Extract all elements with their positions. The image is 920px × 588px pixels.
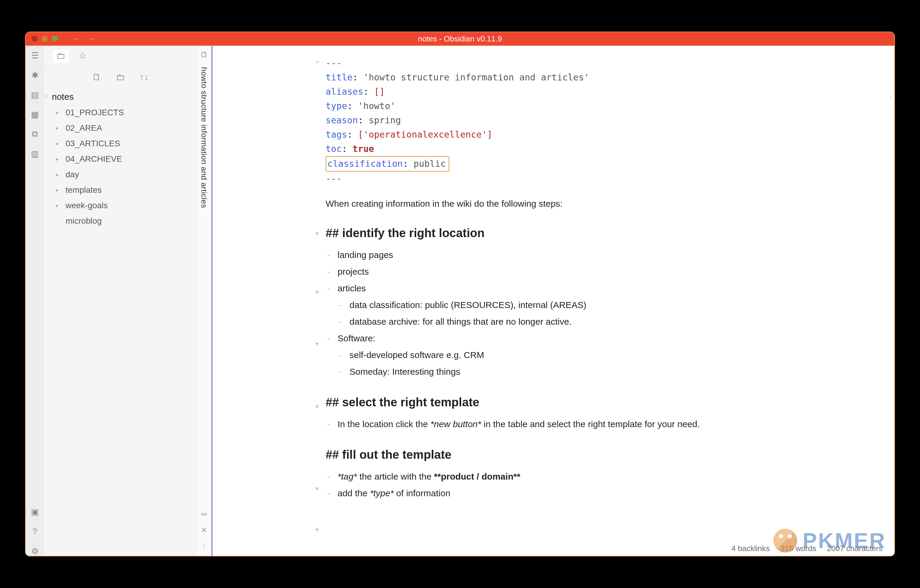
another-vault-icon[interactable]: ▣ <box>30 507 40 517</box>
note-tab-icon[interactable]: 🗋 <box>200 50 208 59</box>
tree-folder[interactable]: ▸week-goals <box>50 198 190 213</box>
titlebar[interactable]: ← → notes - Obsidian v0.11.9 <box>25 32 895 46</box>
sort-icon[interactable]: ↑↓ <box>140 72 149 82</box>
ribbon: ☰ ✱ ▤ ▦ ⧉ ▥ ▣ ? ⚙ <box>26 46 44 556</box>
bullet-icon: - <box>338 348 343 362</box>
heading[interactable]: ## identify the right location <box>326 224 873 243</box>
watermark-text: PKMER <box>803 528 886 553</box>
editor-content[interactable]: ▾ --- title: 'howto structure informatio… <box>212 46 894 513</box>
list-item[interactable]: landing pages <box>338 248 393 262</box>
vault-icon[interactable]: ▤ <box>30 90 40 99</box>
help-icon[interactable]: ? <box>30 526 40 536</box>
fm-value: true <box>352 144 374 154</box>
sidebar-actions: 🗋 🗀 ↑↓ <box>44 66 196 89</box>
bullet-icon: - <box>326 486 332 501</box>
fm-value: public <box>413 159 446 169</box>
settings-icon[interactable]: ⚙ <box>30 546 40 556</box>
list-item[interactable]: *tag* the article with the **product / d… <box>338 470 520 484</box>
highlighted-frontmatter-line: classification: public <box>326 156 449 172</box>
tree-folder[interactable]: ▸day <box>50 167 190 182</box>
list-item[interactable]: Software: <box>338 331 376 345</box>
fold-icon[interactable]: ▾ <box>316 339 319 348</box>
fold-icon[interactable]: ▾ <box>316 525 319 535</box>
chevron-right-icon: ▸ <box>56 187 62 193</box>
chevron-right-icon: ▸ <box>56 202 62 209</box>
list-item[interactable]: add the *type* of information <box>338 486 450 501</box>
fold-icon[interactable]: ▾ <box>316 229 319 238</box>
backlinks-count[interactable]: 4 backlinks <box>731 544 770 553</box>
minimize-icon[interactable] <box>42 36 48 42</box>
fold-icon[interactable]: ▾ <box>316 57 319 67</box>
vault-name[interactable]: notes <box>44 89 196 105</box>
list-item[interactable]: projects <box>338 264 369 279</box>
app-body: ☰ ✱ ▤ ▦ ⧉ ▥ ▣ ? ⚙ ‹ 🗀 ☆ 🗋 🗀 ↑↓ notes <box>25 46 895 556</box>
list-item[interactable]: Someday: Interesting things <box>350 364 460 379</box>
tree-folder[interactable]: ▸01_PROJECTS <box>50 105 190 120</box>
new-note-icon[interactable]: 🗋 <box>92 72 101 82</box>
bullet-icon: - <box>326 264 332 279</box>
bullet-icon: - <box>326 417 332 431</box>
chevron-right-icon: ▸ <box>56 140 62 147</box>
tree-label: templates <box>66 185 102 195</box>
heading[interactable]: ## fill out the template <box>326 445 873 464</box>
nav-back-icon[interactable]: ← <box>73 34 80 43</box>
fm-value: ['operationalexcellence'] <box>358 129 492 140</box>
bullet-icon: - <box>338 314 343 329</box>
intro-paragraph[interactable]: When creating information in the wiki do… <box>326 197 873 211</box>
tree-label: day <box>66 170 79 179</box>
frontmatter[interactable]: ▾ --- title: 'howto structure informatio… <box>326 56 873 186</box>
star-tab-icon[interactable]: ☆ <box>79 50 87 61</box>
tree-folder[interactable]: ▸templates <box>50 182 190 198</box>
tree-folder[interactable]: ▸02_AREA <box>50 120 190 136</box>
fm-value: [] <box>374 86 385 97</box>
new-folder-icon[interactable]: 🗀 <box>116 72 125 82</box>
heading[interactable]: ## select the right template <box>326 393 873 411</box>
list-item[interactable]: articles <box>338 281 366 295</box>
bullet-icon: - <box>326 248 332 262</box>
chevron-right-icon: ▸ <box>56 156 62 162</box>
chevron-right-icon: ▸ <box>56 125 62 131</box>
tree-label: 04_ARCHIEVE <box>66 154 122 164</box>
bullet-icon: - <box>338 298 343 312</box>
list-item[interactable]: data classification: public (RESOURCES),… <box>350 298 586 312</box>
quick-switcher-icon[interactable]: ☰ <box>30 51 40 60</box>
window-controls <box>32 36 58 42</box>
more-options-icon[interactable]: ⋮ <box>201 542 208 551</box>
tree-label: week-goals <box>66 201 108 210</box>
daily-note-icon[interactable]: ▦ <box>30 110 40 119</box>
watermark: PKMER <box>773 528 886 553</box>
nav-forward-icon[interactable]: → <box>88 34 96 43</box>
fold-icon[interactable]: ▾ <box>316 402 319 411</box>
tree-file[interactable]: microblog <box>50 213 190 229</box>
fm-key: season <box>326 115 358 125</box>
fm-key: classification <box>327 159 403 169</box>
bullet-icon: - <box>326 470 332 484</box>
list-item[interactable]: database archive: for all things that ar… <box>350 314 572 329</box>
tree-label: 02_AREA <box>66 123 102 133</box>
files-tab-icon[interactable]: 🗀 <box>52 49 70 63</box>
chevron-right-icon: ▸ <box>56 171 62 178</box>
fm-value: 'howto' <box>358 101 395 111</box>
maximize-icon[interactable] <box>52 36 58 42</box>
tree-folder[interactable]: ▸04_ARCHIEVE <box>50 151 190 167</box>
bullet-icon: - <box>326 281 332 295</box>
editor[interactable]: ‹ ▾ --- title: 'howto structure informat… <box>212 46 894 556</box>
command-palette-icon[interactable]: ▥ <box>30 149 40 159</box>
fold-icon[interactable]: ▾ <box>316 484 319 493</box>
tab-strip: 🗋 howto structure information and articl… <box>197 46 212 556</box>
tab-title[interactable]: howto structure information and articles <box>199 67 209 208</box>
list-item[interactable]: self-developed software e.g. CRM <box>350 348 484 362</box>
graph-view-icon[interactable]: ✱ <box>30 70 40 80</box>
fold-icon[interactable]: ▾ <box>316 287 319 297</box>
close-tab-icon[interactable]: ✕ <box>201 526 207 535</box>
chevron-right-icon: ▸ <box>56 109 62 116</box>
list-item[interactable]: In the location click the *new button* i… <box>338 417 700 431</box>
link-pane-icon[interactable]: ≔ <box>201 510 208 518</box>
collapse-right-icon[interactable]: ‹ <box>889 94 892 102</box>
file-tree: ▸01_PROJECTS ▸02_AREA ▸03_ARTICLES ▸04_A… <box>44 105 196 229</box>
templates-ribbon-icon[interactable]: ⧉ <box>30 129 40 139</box>
watermark-logo-icon <box>773 529 797 552</box>
collapse-left-icon[interactable]: ‹ <box>45 91 48 100</box>
close-icon[interactable] <box>32 36 37 42</box>
tree-folder[interactable]: ▸03_ARTICLES <box>50 136 190 151</box>
